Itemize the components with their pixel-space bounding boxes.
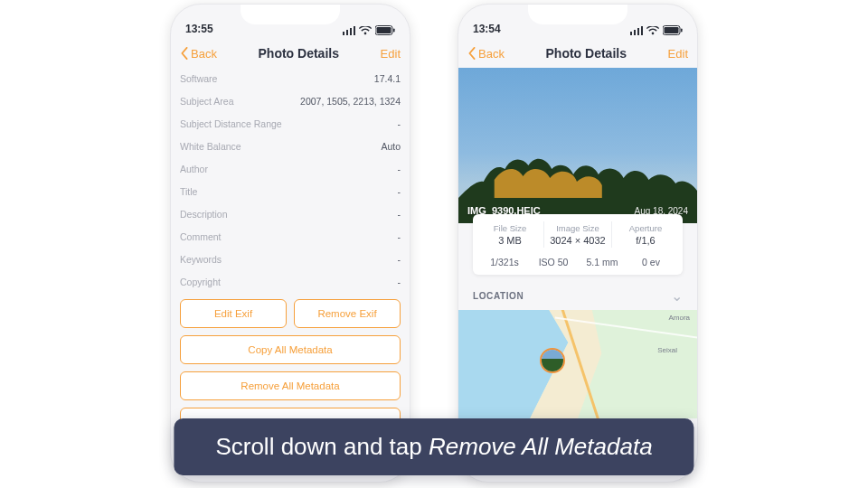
meta-row: Subject Area2007, 1505, 2213, 1324 — [180, 90, 401, 113]
meta-label: Author — [180, 164, 208, 174]
edit-button[interactable]: Edit — [381, 47, 401, 61]
meta-value: - — [398, 186, 401, 197]
meta-label: Software — [180, 73, 217, 84]
nav-bar: Back Photo Details Edit — [458, 39, 697, 68]
meta-row: Copyright- — [180, 271, 401, 294]
meta-value: 17.4.1 — [374, 73, 401, 84]
svg-rect-4 — [665, 27, 679, 33]
battery-icon — [375, 25, 395, 35]
map-label: Amora — [668, 314, 690, 322]
status-icons — [343, 25, 395, 35]
chevron-left-icon — [180, 47, 189, 60]
status-icons — [630, 25, 683, 35]
meta-label: Copyright — [180, 277, 221, 287]
image-size-cell: Image Size 3024 × 4032 — [543, 221, 611, 248]
meta-row: Comment- — [180, 226, 401, 249]
phone-notch — [241, 5, 340, 24]
meta-row: Keywords- — [180, 249, 401, 271]
meta-row: Title- — [180, 181, 401, 203]
copy-all-metadata-button[interactable]: Copy All Metadata — [180, 335, 401, 364]
meta-value: - — [398, 209, 401, 220]
edit-exif-button[interactable]: Edit Exif — [180, 299, 287, 328]
ev-value: 0 ev — [627, 257, 675, 267]
status-time: 13:54 — [473, 23, 501, 35]
location-map[interactable]: Amora Seixal — [458, 310, 697, 418]
svg-rect-1 — [377, 27, 392, 33]
meta-label: Title — [180, 186, 197, 197]
map-label: Seixal — [657, 346, 677, 354]
file-size-cell: File Size 3 MB — [476, 221, 543, 248]
meta-row: Subject Distance Range- — [180, 113, 401, 136]
back-button[interactable]: Back — [467, 47, 505, 61]
remove-all-metadata-button[interactable]: Remove All Metadata — [180, 371, 401, 400]
iso-value: ISO 50 — [529, 257, 578, 267]
photo-preview[interactable]: IMG_9390.HEIC Aug 18, 2024 — [458, 68, 697, 223]
edit-button[interactable]: Edit — [668, 47, 688, 61]
meta-value: Auto — [381, 141, 401, 152]
page-title: Photo Details — [546, 46, 627, 61]
meta-label: Subject Area — [180, 96, 234, 107]
aperture-label: Aperture — [612, 223, 679, 233]
meta-label: Subject Distance Range — [180, 118, 282, 129]
meta-value: - — [398, 164, 401, 174]
caption-prefix: Scroll down and tap — [215, 433, 429, 460]
aperture-value: f/1,6 — [612, 235, 679, 246]
meta-row: Author- — [180, 158, 401, 181]
location-section: LOCATION ⌄ Amora Seixal — [467, 287, 688, 418]
phone-left: 13:55 Back Photo Details Edit Software17… — [170, 4, 410, 483]
image-size-label: Image Size — [544, 223, 611, 233]
focal-value: 5.1 mm — [578, 257, 627, 267]
metadata-list: Software17.4.1 Subject Area2007, 1505, 2… — [180, 68, 401, 294]
meta-row: Description- — [180, 203, 401, 226]
tutorial-slide: 13:55 Back Photo Details Edit Software17… — [0, 0, 868, 488]
status-time: 13:55 — [185, 23, 213, 35]
meta-value: 2007, 1505, 2213, 1324 — [300, 96, 401, 107]
back-label: Back — [191, 47, 217, 61]
signal-icon — [343, 26, 355, 35]
aperture-cell: Aperture f/1,6 — [611, 221, 679, 248]
tutorial-caption: Scroll down and tap Remove All Metadata — [174, 418, 693, 475]
map-photo-pin[interactable] — [540, 348, 565, 373]
svg-rect-2 — [393, 29, 395, 33]
back-label: Back — [478, 47, 505, 61]
chevron-down-icon: ⌄ — [671, 287, 683, 305]
file-size-value: 3 MB — [476, 235, 543, 246]
meta-row: Software17.4.1 — [180, 68, 401, 90]
meta-label: Description — [180, 209, 228, 220]
wifi-icon — [359, 26, 372, 35]
meta-value: - — [398, 118, 401, 129]
svg-rect-5 — [681, 29, 683, 33]
meta-value: - — [398, 254, 401, 265]
nav-bar: Back Photo Details Edit — [171, 39, 410, 68]
photo-info-card: File Size 3 MB Image Size 3024 × 4032 Ap… — [473, 214, 683, 275]
meta-label: White Balance — [180, 141, 241, 152]
phone-right: 13:54 Back Photo Details Edit — [458, 4, 698, 483]
meta-value: - — [398, 231, 401, 242]
page-title: Photo Details — [259, 46, 339, 61]
back-button[interactable]: Back — [180, 47, 217, 61]
phone-notch — [528, 5, 627, 24]
pin-thumbnail — [542, 350, 563, 371]
file-size-label: File Size — [476, 223, 543, 233]
location-header[interactable]: LOCATION ⌄ — [467, 287, 688, 310]
image-size-value: 3024 × 4032 — [544, 235, 611, 246]
chevron-left-icon — [467, 47, 476, 60]
meta-label: Keywords — [180, 254, 222, 265]
caption-emphasis: Remove All Metadata — [429, 433, 653, 460]
meta-value: - — [398, 277, 401, 287]
wifi-icon — [646, 26, 659, 35]
shutter-value: 1/321s — [480, 257, 529, 267]
meta-label: Comment — [180, 231, 222, 242]
signal-icon — [630, 26, 643, 35]
remove-exif-button[interactable]: Remove Exif — [294, 299, 401, 328]
battery-icon — [663, 25, 683, 35]
meta-row: White BalanceAuto — [180, 136, 401, 158]
location-title: LOCATION — [473, 291, 524, 301]
